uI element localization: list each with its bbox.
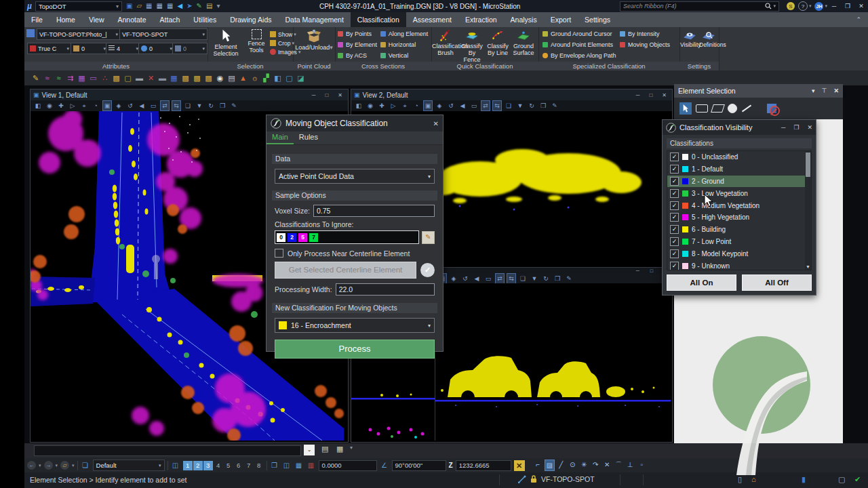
workspace-selector[interactable]: TopoDOT [35,1,122,12]
tab-file[interactable]: File [24,12,50,27]
clip-mask-icon[interactable]: ↻ [206,101,216,110]
toolstrip-icon[interactable]: ▭ [87,71,99,85]
toolstrip-icon[interactable]: ▲ [237,71,249,85]
toolstrip-icon[interactable]: ✎ [30,71,41,85]
classification-row[interactable]: ✓6 - Building [667,224,811,236]
ground-surface-button[interactable]: Ground Surface [511,28,536,56]
voxel-size-input[interactable]: 0.75 [313,205,435,217]
ribbon-search-input[interactable]: Search Ribbon (F4) ▾ [620,1,779,12]
copy-view-icon[interactable]: ❏ [183,101,193,110]
key-in-more-icon[interactable]: ▾ [350,445,353,451]
display-style-icon[interactable]: ◧ [33,101,43,110]
line-selection-button[interactable] [742,105,751,113]
tab-home[interactable]: Home [50,12,82,27]
angle-input[interactable]: 90°00'00" [392,460,446,471]
individual-selection-button[interactable] [679,102,692,115]
rotate-view-icon[interactable]: ◀ [137,101,146,110]
checkmark-icon[interactable]: ✔ [854,475,861,484]
history-button[interactable]: ▱ [60,461,69,470]
toolstrip-icon[interactable]: ⇉ [64,71,76,85]
back-caret-icon[interactable]: ▾ [39,463,41,468]
markup-icon[interactable]: ✎ [229,101,239,110]
open-folder-icon[interactable]: ▱ [136,0,142,12]
zoom-in-icon[interactable]: ◔ [91,101,100,110]
snap-multisnap-icon[interactable]: ▫ [637,460,647,471]
view-maximize-icon[interactable]: □ [649,92,652,98]
data-source-dropdown[interactable]: Active Point Cloud Data [275,169,435,184]
snap-bisector-icon[interactable]: ↷ [591,460,601,471]
cross-section-profile[interactable] [435,283,671,441]
view-previous-icon[interactable]: ⇄ [160,100,170,111]
view-toggle-1[interactable]: 1 [183,461,193,470]
classification-row[interactable]: ✓7 - Low Point [667,236,811,248]
toolstrip-icon[interactable]: ▞ [260,71,272,85]
toolstrip-icon[interactable]: ▩ [111,71,122,85]
v8-badge-icon[interactable]: ▣ [126,0,132,12]
panel-pin-icon[interactable]: ⊤ [822,87,827,94]
snap-tangent-icon[interactable]: ⌒ [614,460,624,471]
checkbox-checked-icon[interactable]: ✓ [670,152,679,161]
snap-nearest-icon[interactable]: ⌐ [533,460,543,471]
zoom-out-icon[interactable]: ▣ [423,100,433,111]
accudraw-compass-icon[interactable]: ✕ [514,460,525,471]
fit-view-icon[interactable]: ↺ [460,274,470,283]
view-toggle-2[interactable]: 2 [193,461,203,470]
pan-view-icon[interactable]: ▭ [149,101,158,110]
rotate-view-icon[interactable]: ◀ [458,101,467,110]
clip-mask-icon[interactable]: ↻ [541,274,551,283]
template-combo[interactable]: VF-TOPO-SPOT:Photo_| [37,28,121,40]
shape-selection-button[interactable] [711,104,725,113]
history-caret-icon[interactable]: ▾ [72,463,75,468]
toolstrip-icon[interactable]: ◪ [295,71,307,85]
classification-row[interactable]: ✓4 - Medium Vegetation [667,199,811,211]
new-classification-dropdown[interactable]: 16 - Encroachment [275,318,435,333]
visibility-button[interactable]: Visibility [680,30,699,48]
view-attributes-icon[interactable]: ◉ [45,101,54,110]
edit-ignore-classes-button[interactable]: ✎ [422,231,435,244]
user-avatar[interactable]: JH [814,2,823,11]
view-toggle-8[interactable]: 8 [254,461,264,470]
markup-icon[interactable]: ✎ [564,274,574,283]
view-groups-icon[interactable]: ◫ [171,462,180,469]
tab-settings[interactable]: Settings [578,12,617,27]
redo-dart-icon[interactable]: ➤ [186,0,192,12]
accudraw-origin-icon[interactable]: ▥ [307,462,316,469]
toolstrip-icon[interactable]: ▦ [168,71,180,85]
model-selector[interactable]: Default [93,460,165,471]
key-in-run-icon[interactable]: ▦ [336,445,343,453]
tab-extraction[interactable]: Extraction [458,12,504,27]
transparency-combo[interactable]: 0 [172,43,208,54]
view-toggle-6[interactable]: 6 [234,461,243,470]
by-envelope-along-path-button[interactable]: By Envelope Along Path [541,50,616,61]
key-in-input[interactable] [34,445,301,456]
block-selection-button[interactable] [696,104,708,113]
view-next-icon[interactable]: ⇆ [507,273,516,284]
adjust-colors-icon[interactable]: ✚ [377,101,387,110]
brush-icon[interactable]: ⌖ [400,101,410,110]
tab-rules[interactable]: Rules [294,131,323,144]
classification-row[interactable]: ✓8 - Model Keypoint [667,247,811,260]
view-next-icon[interactable]: ⇆ [172,100,181,111]
all-off-button[interactable]: All Off [742,274,812,291]
horizontal-button[interactable]: Horizontal [379,39,430,50]
view-close-icon[interactable]: ✕ [662,92,667,98]
checkbox-checked-icon[interactable]: ✓ [670,177,679,186]
tab-data-management[interactable]: Data Management [278,12,350,27]
display-icon[interactable]: ▢ [838,475,845,484]
tile-views-icon[interactable]: ◫ [282,462,292,469]
scrollbar-down-icon[interactable]: ▼ [805,264,811,269]
checkbox-checked-icon[interactable]: ✓ [670,237,679,246]
rotate-view-icon[interactable]: ◀ [472,274,481,283]
zoom-out-icon[interactable]: ▣ [102,100,112,111]
saved-views-icon[interactable]: ❒ [218,101,227,110]
key-in-dropdown-icon[interactable]: ⌄ [304,445,315,455]
home-icon[interactable]: ⌂ [751,475,756,483]
classification-row[interactable]: ✓9 - Unknown [667,260,811,270]
toolstrip-icon[interactable]: ▩ [180,71,191,85]
active-level-group[interactable]: VF-TOPO-SPOT [518,475,595,483]
pan-view-icon[interactable]: ▭ [484,274,493,283]
process-button[interactable]: Process [275,340,435,359]
checkbox-checked-icon[interactable]: ✓ [670,189,679,198]
tab-annotate[interactable]: Annotate [111,12,153,27]
circle-selection-button[interactable] [728,104,737,113]
